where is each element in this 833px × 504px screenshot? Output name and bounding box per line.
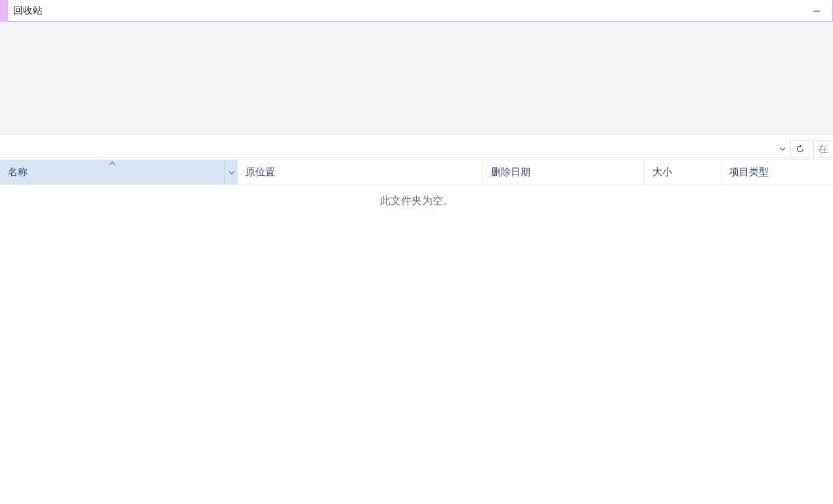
column-header-name[interactable]: 名称: [0, 160, 224, 184]
titlebar: 回收站: [0, 0, 833, 22]
search-placeholder: 在: [818, 143, 828, 156]
column-header-item-type[interactable]: 项目类型: [721, 160, 833, 184]
window-controls: [807, 0, 826, 22]
column-header-date-deleted[interactable]: 删除日期: [483, 160, 644, 184]
chevron-down-icon: [779, 146, 786, 152]
search-input[interactable]: 在: [813, 140, 833, 158]
column-header-original-location[interactable]: 原位置: [238, 160, 483, 184]
tab-accent: [0, 0, 8, 22]
refresh-icon: [796, 144, 805, 154]
refresh-button[interactable]: [791, 140, 809, 158]
address-history-dropdown[interactable]: [775, 140, 790, 158]
column-header-label: 原位置: [246, 166, 275, 178]
chevron-down-icon: [228, 169, 235, 176]
sort-ascending-icon: [109, 160, 116, 167]
ribbon-area: [0, 22, 833, 135]
title-tab: 回收站: [0, 0, 833, 22]
column-header-label: 名称: [8, 166, 28, 178]
column-name-dropdown[interactable]: [224, 160, 238, 184]
column-headers: 名称 原位置 删除日期 大小 项目类型: [0, 160, 833, 185]
column-header-label: 大小: [652, 166, 672, 178]
address-bar[interactable]: [0, 140, 791, 158]
minimize-icon: [813, 7, 821, 15]
column-header-label: 删除日期: [491, 166, 530, 178]
minimize-button[interactable]: [807, 1, 826, 21]
address-row: 在: [0, 135, 833, 160]
window-title: 回收站: [8, 0, 833, 22]
column-header-label: 项目类型: [729, 166, 769, 178]
column-header-size[interactable]: 大小: [645, 160, 722, 184]
empty-folder-message: 此文件夹为空。: [0, 194, 833, 208]
